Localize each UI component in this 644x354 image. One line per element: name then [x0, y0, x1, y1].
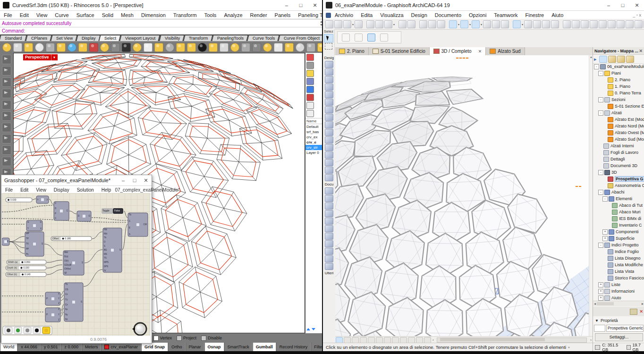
- tree-item-piani[interactable]: -Piani: [593, 70, 644, 76]
- menu-edita[interactable]: Edita: [357, 11, 376, 19]
- minimize-button[interactable]: –: [280, 0, 294, 10]
- select-points-icon[interactable]: [2, 43, 11, 52]
- zoom-percent-icon[interactable]: [360, 337, 367, 343]
- find-select-icon[interactable]: [419, 20, 427, 28]
- element-info-icon[interactable]: [551, 20, 559, 28]
- sphere-icon[interactable]: [306, 86, 314, 93]
- menu-view[interactable]: View: [32, 186, 50, 194]
- toolbox-tool-icon[interactable]: [325, 114, 333, 121]
- copy-icon[interactable]: [375, 20, 383, 28]
- view-map-icon[interactable]: [608, 56, 616, 63]
- blob-icon[interactable]: [133, 43, 142, 52]
- walk-icon[interactable]: [400, 337, 407, 343]
- close-button[interactable]: ✕: [140, 176, 152, 185]
- vertex-tool-icon[interactable]: [176, 43, 185, 52]
- curve-tool-icon[interactable]: [2, 111, 11, 121]
- toolbox-tool-icon[interactable]: [325, 225, 333, 232]
- snap-dropdown-dropdown[interactable]: ▾: [481, 23, 482, 26]
- active-layer-pane[interactable]: crv_exaPlanar: [101, 343, 141, 351]
- pick-parameters-icon[interactable]: [428, 20, 436, 28]
- tree-item-2-piano[interactable]: 2. Piano: [593, 76, 644, 83]
- visibility-icon[interactable]: [100, 43, 109, 52]
- arc-tool-icon[interactable]: [599, 20, 607, 28]
- marker-icon[interactable]: [572, 20, 580, 28]
- menu-finestre[interactable]: Finestre: [521, 11, 548, 19]
- publisher-icon[interactable]: [626, 56, 634, 63]
- menu-archivio[interactable]: Archivio: [331, 11, 357, 19]
- toggle-planar[interactable]: Planar: [186, 343, 204, 351]
- menu-analyze[interactable]: Analyze: [220, 11, 246, 19]
- lightbulb-icon[interactable]: [306, 70, 314, 77]
- tree-item-abaco-muri[interactable]: Abaco Muri: [593, 209, 644, 215]
- toolbox-tool-icon[interactable]: [325, 61, 333, 68]
- scroll-right-icon[interactable]: ›: [590, 338, 592, 342]
- tab-cplanes[interactable]: CPlanes: [25, 35, 51, 41]
- menu-design[interactable]: Design: [407, 11, 431, 19]
- menu-teamwork[interactable]: Teamwork: [490, 11, 521, 19]
- tab-display[interactable]: Display: [76, 35, 100, 41]
- named-view-icon[interactable]: [68, 43, 76, 52]
- tab-transform[interactable]: Transform: [184, 35, 213, 41]
- toolbox-tool-icon[interactable]: [325, 263, 333, 270]
- layer-dropdown-icon[interactable]: [449, 20, 457, 28]
- copy-layer-icon[interactable]: [306, 110, 314, 117]
- toolbox-tool-icon[interactable]: [325, 174, 333, 181]
- close-button[interactable]: ✕: [630, 0, 644, 10]
- osnap-vertex[interactable]: Vertex: [153, 336, 172, 341]
- project-map-icon[interactable]: [599, 56, 607, 63]
- polyline-icon[interactable]: [165, 43, 174, 52]
- cplane-pane[interactable]: World: [0, 343, 17, 351]
- rotate-grid-icon[interactable]: [483, 20, 491, 28]
- loft-tool-icon[interactable]: [285, 43, 294, 52]
- tree-item-ies-bimx-di[interactable]: IES BIMx di: [593, 215, 644, 222]
- layer-row[interactable]: srf_bas: [305, 129, 322, 135]
- toolbox-tool-icon[interactable]: [325, 202, 333, 210]
- toolbox-tool-icon[interactable]: [325, 195, 333, 202]
- layer-row[interactable]: Default: [305, 124, 322, 129]
- tab-panelingtools[interactable]: PanelingTools: [212, 35, 248, 41]
- menu-aiuto[interactable]: Aiuto: [548, 11, 567, 19]
- arc-tool-icon[interactable]: [2, 145, 11, 155]
- maximize-button[interactable]: □: [616, 0, 630, 10]
- layer-row[interactable]: crv_str: [305, 145, 322, 150]
- y-coordinate[interactable]: y 0.501: [41, 343, 61, 351]
- layer-dropdown-dropdown[interactable]: ▾: [458, 23, 459, 26]
- black-sphere-icon[interactable]: [198, 43, 207, 52]
- tree-item-prospettiva-g[interactable]: Prospettiva G: [593, 176, 644, 182]
- toolbox-tool-icon[interactable]: [325, 248, 333, 255]
- guide-lines-dropdown-dropdown[interactable]: ▾: [469, 23, 471, 26]
- light-tool-icon[interactable]: [306, 43, 315, 52]
- extrude-srf-icon[interactable]: [78, 43, 87, 52]
- toolbox-tool-icon[interactable]: [325, 106, 333, 113]
- grasshopper-titlebar[interactable]: Grasshopper - 07_complex_exaPanelModule*…: [1, 175, 152, 186]
- toolbox-tool-icon[interactable]: [325, 121, 333, 128]
- project-checkbox[interactable]: [177, 336, 182, 341]
- menu-solid[interactable]: Solid: [98, 11, 117, 19]
- groups-dropdown-dropdown[interactable]: ▾: [522, 23, 523, 26]
- close-icon[interactable]: ✕: [639, 49, 643, 53]
- expand-toggle[interactable]: -: [598, 170, 603, 175]
- polyline-tool-icon[interactable]: [2, 123, 11, 132]
- expand-toggle[interactable]: -: [598, 190, 603, 195]
- close-button[interactable]: ✕: [308, 0, 322, 10]
- color-wheel-icon[interactable]: [306, 54, 314, 61]
- command-line[interactable]: Command:: [0, 27, 324, 35]
- view-number-field[interactable]: [594, 325, 605, 332]
- archicad-titlebar[interactable]: 06_exaPanelModule - Graphisoft ArchiCAD-…: [323, 0, 644, 11]
- home-icon[interactable]: [617, 20, 625, 28]
- redo-icon[interactable]: [407, 20, 415, 28]
- layout-book-icon[interactable]: [617, 56, 625, 63]
- prev-zoom-icon[interactable]: [416, 337, 423, 343]
- tree-item-storico-fascicolo[interactable]: Storico Fascicolo: [593, 275, 644, 281]
- viewport-title[interactable]: Perspective▼: [23, 54, 58, 60]
- move-tool-icon[interactable]: [2, 77, 11, 87]
- tree-item-3d[interactable]: -3D: [593, 169, 644, 176]
- hand-icon[interactable]: [154, 43, 163, 52]
- tree-item-componenti[interactable]: +Componenti: [593, 228, 644, 235]
- info-box-icon[interactable]: [524, 20, 532, 28]
- menu-view[interactable]: View: [33, 11, 51, 19]
- diamond-panel-icon[interactable]: [274, 43, 283, 52]
- groups-dropdown-icon[interactable]: [513, 20, 521, 28]
- archicad-3d-viewport[interactable]: ▲: [335, 55, 593, 336]
- tab-2-piano[interactable]: 2. Piano: [335, 47, 369, 55]
